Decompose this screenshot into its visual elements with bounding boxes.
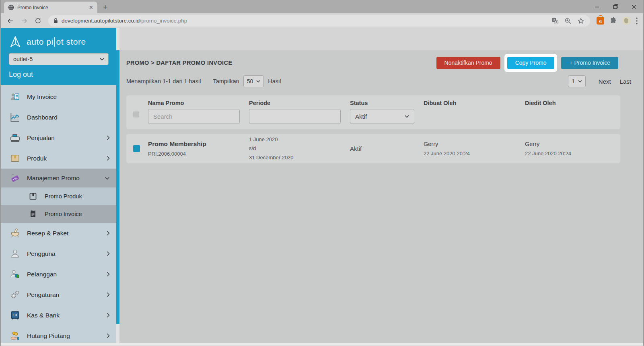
row-select-cell: [126, 134, 148, 163]
created-column: Dibuat Oleh: [424, 100, 525, 129]
sidebar-item-label: Resep & Paket: [27, 230, 68, 237]
chevron-right-icon: [107, 156, 110, 161]
sidebar-scrollbar-thumb[interactable]: [116, 50, 119, 324]
add-promo-invoice-button[interactable]: + Promo Invoice: [561, 57, 618, 69]
sidebar-item-pengguna[interactable]: Pengguna: [1, 243, 116, 264]
translate-icon[interactable]: [551, 17, 559, 25]
sidebar-item-penjualan[interactable]: Penjualan: [1, 128, 116, 148]
sidebar-item-kas-bank[interactable]: Kas & Bank: [1, 305, 116, 325]
show-label: Tampilkan: [213, 78, 239, 84]
created-cell: Gerry 22 June 2020 20:24: [424, 134, 525, 163]
sidebar-item-label: Pelanggan: [27, 271, 57, 278]
sidebar-item-my-invoice[interactable]: My Invoice: [1, 86, 116, 107]
dashboard-icon: [10, 112, 21, 123]
sidebar-item-resep-paket[interactable]: Resep & Paket: [1, 223, 116, 243]
copy-promo-button[interactable]: Copy Promo: [507, 57, 555, 69]
sidebar-item-label: Kas & Bank: [27, 312, 60, 319]
sidebar-item-promo-produk[interactable]: Promo Produk: [1, 187, 116, 205]
chevron-down-icon: [256, 80, 260, 82]
sidebar-item-dashboard[interactable]: Dashboard: [1, 107, 116, 128]
chevron-right-icon: [107, 272, 110, 277]
extension-area: a: [595, 16, 639, 25]
column-header-period: Periode: [249, 100, 350, 106]
minimize-icon[interactable]: [588, 0, 606, 13]
page-header: PROMO > DAFTAR PROMO INVOICE Nonaktifkan…: [126, 54, 631, 72]
period-separator: s/d: [249, 144, 350, 153]
content-panel: PROMO > DAFTAR PROMO INVOICE Nonaktifkan…: [119, 50, 643, 346]
sidebar-item-pengaturan[interactable]: Pengaturan: [1, 284, 116, 305]
sidebar-menu: My Invoice Dashboard Penjualan: [1, 86, 116, 346]
table-header-row: Nama Promo Periode Status Aktif: [126, 95, 620, 129]
logout-link[interactable]: Log out: [9, 70, 111, 79]
period-cell: 1 June 2020 s/d 31 December 2020: [249, 134, 350, 163]
mortar-pestle-icon: [10, 228, 21, 239]
period-column: Periode: [249, 100, 350, 129]
profile-avatar[interactable]: [622, 16, 631, 25]
sidebar-item-label: Promo Invoice: [45, 211, 82, 217]
address-bar[interactable]: development.autopilotstore.co.id/promo_i…: [48, 15, 590, 27]
my-invoice-icon: [10, 91, 21, 102]
outlet-select[interactable]: outlet-5: [9, 53, 109, 65]
chevron-right-icon: [107, 333, 110, 338]
restore-icon[interactable]: [606, 0, 625, 13]
bookmark-star-icon[interactable]: [577, 17, 584, 25]
browser-tab-bar: Promo Invoice ✕ +: [1, 0, 643, 13]
tab-title: Promo Invoice: [17, 5, 86, 10]
select-all-checkbox[interactable]: [133, 111, 139, 117]
chevron-right-icon: [107, 135, 110, 140]
sidebar-item-pelanggan[interactable]: Pelanggan: [1, 264, 116, 284]
promo-code: PRI.2006.00004: [148, 151, 249, 157]
paper-plane-logo-icon: [9, 35, 22, 48]
tab-close-icon[interactable]: ✕: [89, 4, 93, 10]
chevron-right-icon: [107, 313, 110, 318]
column-header-created: Dibuat Oleh: [424, 100, 525, 106]
promo-name-search-input[interactable]: [148, 109, 240, 124]
column-header-status: Status: [350, 100, 424, 106]
sidebar-item-label: Promo Produk: [45, 193, 82, 200]
row-checkbox[interactable]: [133, 145, 140, 152]
sidebar-scrollbar-track[interactable]: [116, 28, 119, 346]
gear-icon: [10, 289, 21, 300]
back-icon[interactable]: [5, 15, 16, 27]
store-extension-icon[interactable]: a: [597, 17, 604, 25]
edited-column: Diedit Oleh: [525, 100, 620, 129]
created-by: Gerry: [424, 141, 525, 147]
next-page-link[interactable]: Next: [599, 78, 611, 85]
page-size-select[interactable]: 50: [243, 75, 264, 87]
sidebar-item-manajemen-promo[interactable]: % Manajemen Promo: [1, 169, 116, 187]
sidebar-item-label: Penjualan: [27, 134, 55, 142]
safe-icon: [10, 310, 21, 321]
new-tab-button[interactable]: +: [103, 3, 107, 12]
sidebar-item-promo-invoice[interactable]: Promo Invoice: [1, 205, 116, 223]
pagination: 1 Next Last: [564, 75, 631, 87]
user-icon: [10, 248, 21, 259]
period-filter-input[interactable]: [249, 109, 341, 124]
sidebar: auto piot store outlet-5 Log out My Invo…: [1, 28, 119, 346]
sidebar-header: auto piot store outlet-5 Log out: [1, 28, 119, 85]
extensions-puzzle-icon[interactable]: [609, 17, 617, 25]
breadcrumb: PROMO > DAFTAR PROMO INVOICE: [126, 60, 232, 66]
edited-cell: Gerry 22 June 2020 20:24: [525, 134, 620, 163]
window-controls: [588, 0, 643, 13]
zoom-icon[interactable]: [564, 17, 572, 25]
promo-produk-icon: [27, 191, 38, 202]
sidebar-item-label: Manajemen Promo: [27, 175, 80, 182]
status-column: Status Aktif: [350, 100, 424, 129]
status-cell: Aktif: [350, 134, 424, 163]
sidebar-item-produk[interactable]: Produk: [1, 148, 116, 169]
browser-tab[interactable]: Promo Invoice ✕: [4, 2, 97, 13]
chevron-right-icon: [107, 292, 110, 297]
page-number-select[interactable]: 1: [568, 75, 586, 87]
deactivate-promo-button[interactable]: Nonaktifkan Promo: [436, 57, 500, 69]
status-filter-select[interactable]: Aktif: [350, 109, 414, 124]
results-meta-row: Menampilkan 1-1 dari 1 hasil Tampilkan 5…: [126, 74, 631, 88]
edited-at: 22 June 2020 20:24: [525, 150, 620, 157]
menu-dots-icon[interactable]: [636, 17, 638, 25]
reload-icon[interactable]: [32, 15, 43, 27]
forward-icon[interactable]: [19, 15, 30, 27]
close-icon[interactable]: [625, 0, 643, 13]
column-header-name: Nama Promo: [148, 100, 249, 106]
table-row[interactable]: Promo Membership PRI.2006.00004 1 June 2…: [126, 134, 620, 163]
sidebar-item-label: My Invoice: [27, 93, 57, 101]
last-page-link[interactable]: Last: [620, 78, 631, 85]
